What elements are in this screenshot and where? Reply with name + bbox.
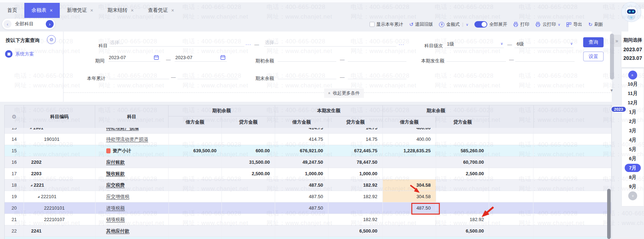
amount-style-dropdown[interactable]: ¥ 金额式 | ∨	[439, 21, 468, 28]
tab-new-voucher[interactable]: 新增凭证×	[60, 3, 100, 18]
gear-icon[interactable]: ⚙	[47, 35, 56, 44]
table-row[interactable]: 14190101待处理流动资产损溢414.7514.75400.00	[5, 134, 611, 145]
row-number: 21	[5, 214, 24, 225]
range-dash: —	[166, 57, 171, 62]
expand-triangle-icon[interactable]: ◢	[30, 184, 32, 187]
close-icon[interactable]: ×	[50, 8, 53, 13]
print-button[interactable]: 打印	[513, 21, 529, 28]
show-ytd-checkbox[interactable]: 显示本年累计	[370, 21, 403, 28]
table-row[interactable]: 2022210101进项税额487.50487.50	[5, 202, 611, 214]
tab-home[interactable]: 首页	[0, 3, 24, 18]
period-month-item[interactable]: 10月	[622, 80, 644, 89]
toggle-on-icon[interactable]	[474, 21, 487, 28]
months-scroll-up-icon[interactable]: «	[628, 71, 637, 80]
tab-period-end-carryover[interactable]: 期末结转×	[100, 3, 141, 18]
ytd-from-input[interactable]	[108, 71, 169, 79]
period-month-item[interactable]: 4月	[622, 135, 644, 145]
subject-link[interactable]: 应交税费	[106, 182, 125, 188]
revert-old-version-button[interactable]: ↺ 退回旧版	[409, 21, 433, 28]
subject-link[interactable]: 其他应付款	[106, 228, 130, 234]
subject-link[interactable]: 应付账款	[106, 159, 125, 166]
table-row[interactable]: 13◢1901待处理财产损溢414.7514.75400.00	[5, 128, 611, 134]
beginning-from-input[interactable]	[278, 54, 336, 62]
period-from-input[interactable]	[108, 54, 160, 62]
subject-link[interactable]: 待处理财产损溢	[106, 128, 139, 131]
query-button[interactable]: 查询	[583, 37, 604, 47]
subject-link[interactable]: 应交增值税	[106, 193, 130, 200]
expand-triangle-icon[interactable]: ◢	[38, 195, 39, 198]
subject-to-input[interactable]	[264, 39, 396, 47]
close-icon[interactable]: ×	[131, 8, 133, 13]
assistant-robot-avatar[interactable]	[621, 2, 641, 24]
table-row[interactable]: 162202应付账款31,500.0049,247.5078,447.5060,…	[5, 157, 611, 168]
checkbox-icon[interactable]	[370, 22, 375, 27]
ending-to-input[interactable]	[348, 71, 406, 79]
period-month-item[interactable]: 12月	[622, 98, 644, 107]
cell-beg_c	[222, 128, 275, 133]
calendar-icon[interactable]	[220, 55, 225, 60]
table-row[interactable]: 2122210107销项税额182.92182.92	[5, 214, 611, 225]
months-scroll-down-icon[interactable]: «	[628, 191, 637, 200]
period-month-item[interactable]: 3月	[622, 126, 644, 135]
table-row[interactable]: 222241其他应付款6,500.006,500.00	[5, 225, 611, 237]
table-row[interactable]: 172203预收账款2,500.001,000.001,000.002,500.…	[5, 168, 611, 180]
period-to-input[interactable]	[175, 54, 227, 62]
subject-link[interactable]: 待处理流动资产损溢	[106, 136, 148, 143]
level-to-select[interactable]: 6级 ∨	[514, 40, 574, 48]
export-button[interactable]: 导出	[566, 21, 582, 28]
table-scrollbar-thumb[interactable]	[607, 189, 611, 239]
period-month-item[interactable]: 7月	[622, 163, 644, 173]
expand-triangle-icon[interactable]: ◢	[30, 128, 31, 129]
chevron-down-icon[interactable]: ∨	[466, 23, 468, 27]
table-row[interactable]	[5, 237, 611, 239]
level-from-value: 1级	[447, 41, 454, 47]
scrollbar-down-arrow-icon[interactable]: ▼	[610, 88, 614, 92]
ytd-to-input[interactable]	[177, 71, 238, 79]
cell-end_d: 304.58	[383, 180, 436, 191]
subject-from-input[interactable]	[109, 39, 244, 47]
next-subject-icon[interactable]: ›	[46, 20, 54, 28]
calendar-icon[interactable]	[154, 55, 159, 60]
chevron-down-icon[interactable]: ∨	[558, 23, 560, 27]
subject-link[interactable]: 进项税额	[106, 205, 125, 211]
table-row[interactable]: 15资产小计639,500.00600.00676,921.00672,445.…	[5, 145, 611, 157]
subject-link[interactable]: 销项税额	[106, 216, 125, 223]
cloud-print-dropdown[interactable]: 云打印 ∨	[535, 21, 560, 28]
period-month-item[interactable]: 8月	[622, 173, 644, 182]
ending-from-input[interactable]	[278, 71, 336, 79]
current-to-input[interactable]	[515, 54, 575, 62]
cell-empty	[489, 214, 533, 225]
refresh-label: 刷新	[594, 21, 603, 28]
period-to-value: 2023.07	[621, 55, 644, 61]
refresh-button[interactable]: ↻ 刷新	[588, 21, 603, 28]
subject-from-picker-icon[interactable]: ···	[245, 42, 251, 47]
period-month-list: «10月11月12月1月2月3月4月5月6月7月8月9月«	[621, 68, 644, 206]
close-icon[interactable]: ×	[90, 8, 93, 13]
beginning-to-input[interactable]	[348, 54, 406, 62]
period-month-item[interactable]: 9月	[622, 182, 644, 191]
prev-subject-icon[interactable]: ‹	[4, 20, 11, 28]
current-from-input[interactable]	[447, 54, 506, 62]
chevron-down-icon: ∨	[501, 42, 503, 46]
cell-empty	[489, 237, 533, 239]
level-from-select[interactable]: 1级 ∨	[445, 40, 504, 48]
close-icon[interactable]: ×	[171, 8, 174, 13]
period-month-item[interactable]: 11月	[622, 89, 644, 98]
subject-link[interactable]: 预收账款	[106, 171, 125, 177]
scheme-item-system[interactable]: 系统方案	[5, 50, 63, 58]
page-scrollbar-thumb[interactable]	[610, 34, 614, 80]
table-row[interactable]: 19◢222101应交增值税487.50182.92304.58	[5, 191, 611, 202]
collapse-more-conditions-button[interactable]: « 收起更多条件	[324, 89, 364, 98]
expand-all-toggle[interactable]: 全部展开	[474, 21, 507, 28]
period-month-item[interactable]: 5月	[622, 145, 644, 154]
period-month-item[interactable]: 2月	[622, 117, 644, 126]
divider: |	[462, 22, 463, 27]
period-month-item[interactable]: 6月	[622, 154, 644, 163]
tab-view-voucher[interactable]: 查看凭证×	[141, 3, 181, 18]
settings-button[interactable]: 设置	[583, 52, 604, 61]
subject-to-picker-icon[interactable]: ···	[399, 42, 404, 47]
tab-balance-sheet[interactable]: 余额表×	[24, 3, 60, 18]
beginning-balance-label: 期初余额	[255, 58, 274, 64]
table-row[interactable]: 18◢2221应交税费487.50182.92304.58	[5, 180, 611, 191]
table-settings-gear-icon[interactable]: ⚙	[5, 105, 24, 128]
